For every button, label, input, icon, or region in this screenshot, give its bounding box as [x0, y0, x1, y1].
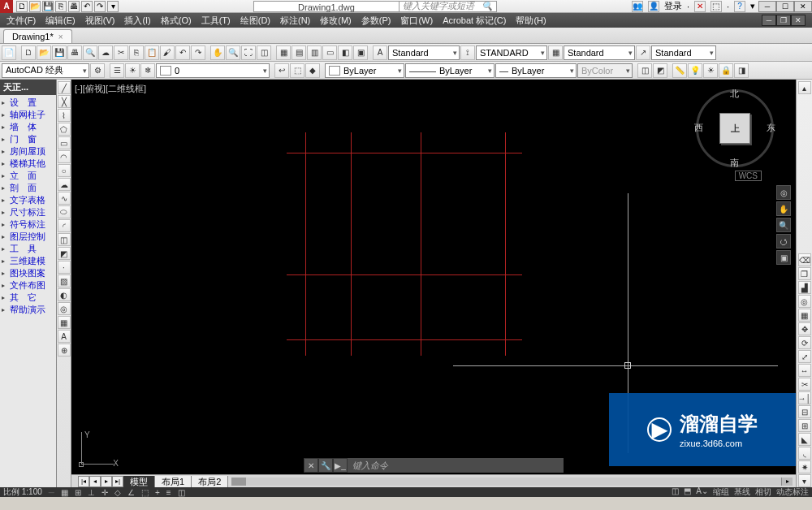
- sb-osnap-icon[interactable]: ◇: [114, 488, 121, 497]
- scroll-right-button[interactable]: ▸: [781, 478, 793, 486]
- region-icon[interactable]: ◎: [58, 302, 71, 315]
- qat-dropdown-icon[interactable]: ▾: [107, 1, 119, 12]
- scale-icon[interactable]: ⤢: [798, 350, 811, 363]
- menu-dim[interactable]: 标注(N): [280, 15, 310, 27]
- tree-item-file-layout[interactable]: ▸文件布图: [0, 279, 56, 292]
- menu-draw[interactable]: 绘图(D): [240, 15, 270, 27]
- tree-item-elevation[interactable]: ▸立 面: [0, 170, 56, 182]
- save-icon[interactable]: 💾: [52, 45, 67, 60]
- dimstyle-icon[interactable]: ⟟: [460, 45, 475, 60]
- tablestyle-icon[interactable]: ▦: [548, 45, 563, 60]
- preview-icon[interactable]: 🔍: [83, 45, 97, 60]
- cmd-prompt-icon[interactable]: ▶_: [333, 458, 348, 473]
- nav-orbit-icon[interactable]: ⭯: [776, 234, 791, 249]
- linetype-dropdown[interactable]: ———ByLayer: [405, 63, 495, 78]
- dimstyle-dropdown[interactable]: STANDARD: [476, 45, 547, 60]
- doc-restore-button[interactable]: ❐: [776, 15, 791, 26]
- menu-tools[interactable]: 工具(T): [201, 15, 231, 27]
- tree-item-settings[interactable]: ▸设 置: [0, 97, 56, 109]
- mirror-icon[interactable]: ▟: [798, 281, 811, 294]
- arc-icon[interactable]: ◠: [58, 150, 71, 163]
- chamfer-icon[interactable]: ◣: [798, 433, 811, 446]
- match-icon[interactable]: 🖌: [160, 45, 175, 60]
- tree-item-block[interactable]: ▸图块图案: [0, 267, 56, 279]
- nav-wheel-icon[interactable]: ◎: [776, 185, 791, 200]
- measure-icon[interactable]: 📏: [672, 63, 687, 78]
- extend-icon[interactable]: →│: [798, 391, 811, 404]
- tree-item-help-demo[interactable]: ▸帮助演示: [0, 304, 56, 316]
- tab-layout1[interactable]: 布局1: [155, 476, 192, 487]
- vscroll-up-icon[interactable]: ▴: [798, 81, 811, 94]
- exchange-icon[interactable]: ✕: [694, 1, 706, 12]
- erase-icon[interactable]: ⌫: [798, 253, 811, 266]
- tree-item-stairs[interactable]: ▸楼梯其他: [0, 158, 56, 170]
- qat-save-icon[interactable]: 💾: [42, 1, 54, 12]
- autodesk-icon[interactable]: 👥: [632, 1, 643, 12]
- pline-icon[interactable]: ⌇: [58, 109, 71, 122]
- publish-icon[interactable]: ☁: [98, 45, 113, 60]
- viewcube[interactable]: 北 南 西 东 上: [694, 88, 775, 169]
- layer-freeze-icon[interactable]: ❄: [140, 63, 155, 78]
- gradient-icon[interactable]: ◐: [58, 288, 71, 301]
- markup-icon[interactable]: ◧: [338, 45, 352, 60]
- plotstyle-dropdown[interactable]: ByColor: [577, 63, 633, 78]
- cut-icon[interactable]: ✂: [114, 45, 128, 60]
- textstyle-icon[interactable]: A: [373, 45, 387, 60]
- menu-edit[interactable]: 编辑(E): [45, 15, 76, 27]
- sb-item-3[interactable]: 相切: [755, 486, 771, 498]
- revcloud-icon[interactable]: ☁: [58, 178, 71, 191]
- qat-print-icon[interactable]: 🖶: [68, 1, 80, 12]
- pan-icon[interactable]: ✋: [210, 45, 225, 60]
- circle-icon[interactable]: ○: [58, 164, 71, 177]
- move-icon[interactable]: ✥: [798, 322, 811, 335]
- insert-icon[interactable]: ◫: [58, 233, 71, 246]
- addselect-icon[interactable]: ⊕: [58, 344, 71, 357]
- line-icon[interactable]: ╱: [58, 81, 71, 94]
- tree-item-room-roof[interactable]: ▸房间屋顶: [0, 145, 56, 158]
- tree-item-layer[interactable]: ▸图层控制: [0, 231, 56, 243]
- zoom-win-icon[interactable]: ◫: [257, 45, 271, 60]
- dcenter-icon[interactable]: ▤: [292, 45, 306, 60]
- tab-last-icon[interactable]: ▸|: [112, 476, 123, 487]
- workspace-settings-icon[interactable]: ⚙: [90, 63, 105, 78]
- help-icon[interactable]: ?: [734, 1, 745, 12]
- scrollbar-thumb[interactable]: [231, 478, 246, 486]
- layer-prev-icon[interactable]: ↩: [274, 63, 289, 78]
- sb-ortho-icon[interactable]: ⊥: [88, 488, 95, 497]
- calc-icon[interactable]: ▣: [353, 45, 368, 60]
- viewport-label[interactable]: [-][俯视][二维线框]: [75, 83, 146, 95]
- sb-polar-icon[interactable]: ✛: [102, 488, 108, 497]
- point-icon[interactable]: ·: [58, 261, 71, 274]
- makeblock-icon[interactable]: ◩: [58, 247, 71, 260]
- sb-quickprops-icon[interactable]: ⬒: [684, 486, 691, 498]
- qat-undo-icon[interactable]: ↶: [81, 1, 93, 12]
- tree-item-dim[interactable]: ▸尺寸标注: [0, 206, 56, 218]
- user-icon[interactable]: 👤: [648, 1, 659, 12]
- sb-dyn-icon[interactable]: +: [155, 488, 160, 497]
- tab-layout2[interactable]: 布局2: [192, 476, 228, 487]
- copy-icon[interactable]: ⎘: [129, 45, 144, 60]
- help-dropdown-icon[interactable]: ▾: [750, 1, 755, 11]
- ellipse-icon[interactable]: ⬭: [58, 205, 71, 218]
- sb-item-1[interactable]: 缩组: [713, 486, 729, 498]
- textstyle-dropdown[interactable]: Standard: [388, 45, 460, 60]
- sb-grid-icon[interactable]: ▦: [61, 488, 68, 497]
- tree-item-wall[interactable]: ▸墙 体: [0, 121, 56, 133]
- rotate-icon[interactable]: ⟳: [798, 336, 811, 349]
- pdf-icon[interactable]: 📄: [2, 45, 16, 60]
- vscroll-down-icon[interactable]: ▾: [798, 474, 811, 487]
- props-icon[interactable]: ▦: [276, 45, 291, 60]
- tree-item-door-window[interactable]: ▸门 窗: [0, 133, 56, 145]
- sb-ducs-icon[interactable]: ⬚: [141, 488, 149, 497]
- join-icon[interactable]: ⊞: [798, 419, 811, 432]
- file-tab-drawing1[interactable]: Drawing1* ×: [3, 29, 72, 43]
- nav-pan-icon[interactable]: ✋: [776, 201, 791, 216]
- menu-file[interactable]: 文件(F): [6, 15, 36, 27]
- qat-saveas-icon[interactable]: ⎘: [55, 1, 67, 12]
- create-block-icon[interactable]: ◩: [653, 63, 667, 78]
- layer-match-icon[interactable]: ⬚: [290, 63, 304, 78]
- sb-model-icon[interactable]: ◫: [672, 486, 679, 498]
- menu-format[interactable]: 格式(O): [161, 15, 192, 27]
- login-label[interactable]: 登录: [664, 0, 682, 12]
- minimize-button[interactable]: ─: [758, 1, 776, 12]
